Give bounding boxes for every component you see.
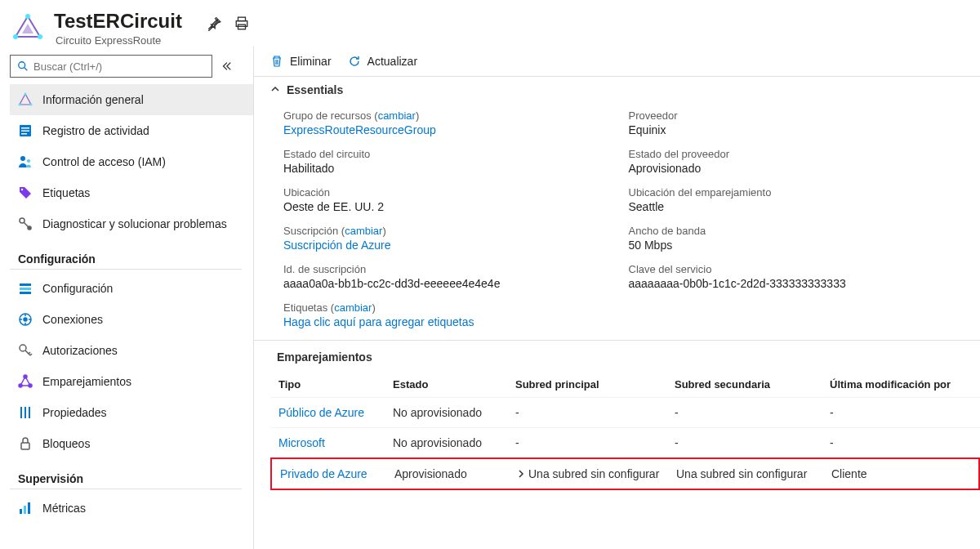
svg-rect-15 [21,127,29,129]
peering-type-link[interactable]: Microsoft [278,436,393,449]
field-provider-status: Estado del proveedor Aprovisionado [629,148,958,175]
collapse-sidebar-icon[interactable] [220,60,232,72]
properties-icon [18,405,33,420]
peerings-table: Tipo Estado Subred principal Subred secu… [270,372,980,490]
sidebar-item-label: Métricas [42,502,86,515]
field-subscription: Suscripción (cambiar) Suscripción de Azu… [283,225,612,252]
col-type[interactable]: Tipo [278,378,393,391]
svg-point-12 [30,104,33,106]
cell: No aprovisionado [393,406,515,419]
sidebar-item-label: Etiquetas [42,186,90,199]
sidebar-item-label: Información general [42,93,144,106]
field-bandwidth: Ancho de banda 50 Mbps [629,225,958,252]
peering-type-link[interactable]: Público de Azure [278,406,393,419]
main-content: Eliminar Actualizar Essentials Grupo de … [253,47,980,549]
table-row-highlighted[interactable]: Privado de Azure Aprovisionado Una subre… [270,458,980,490]
search-box[interactable] [10,55,212,78]
blade-header: TestERCircuit Circuito ExpressRoute [0,0,980,47]
sidebar-item-tags[interactable]: Etiquetas [10,177,253,208]
svg-point-3 [13,34,18,39]
sidebar-item-configuration[interactable]: Configuración [10,273,253,304]
search-input[interactable] [33,60,205,73]
svg-marker-10 [20,94,31,105]
peerings-section-header: Emparejamientos [254,340,980,372]
change-tags-link[interactable]: cambiar [334,301,372,314]
field-subscription-id: Id. de suscripción aaaa0a0a-bb1b-cc2c-dd… [283,263,612,290]
col-status[interactable]: Estado [393,378,515,391]
table-row[interactable]: Público de Azure No aprovisionado - - - [270,397,980,427]
sidebar-item-label: Emparejamientos [42,375,131,388]
print-icon[interactable] [234,16,249,31]
svg-line-9 [24,68,28,71]
sidebar-item-diagnose[interactable]: Diagnosticar y solucionar problemas [10,208,253,239]
sub-value-link[interactable]: Suscripción de Azure [283,239,612,252]
sidebar-item-metrics[interactable]: Métricas [10,493,253,524]
svg-point-30 [24,375,27,378]
field-service-key: Clave del servicio aaaaaaaa-0b0b-1c1c-2d… [629,263,958,290]
pin-icon[interactable] [207,16,221,31]
activity-log-icon [18,123,33,138]
delete-label: Eliminar [290,55,332,68]
diagnose-icon [18,216,33,231]
field-tags: Etiquetas (cambiar) Haga clic aquí para … [283,301,957,328]
sidebar-item-properties[interactable]: Propiedades [10,397,253,428]
cell: - [675,406,830,419]
sidebar-item-label: Registro de actividad [42,124,149,137]
col-last-modified[interactable]: Última modificación por [830,378,972,391]
svg-point-32 [19,384,22,387]
table-row[interactable]: Microsoft No aprovisionado - - - [270,427,980,458]
refresh-button[interactable]: Actualizar [348,55,417,68]
cell: Aprovisionado [394,467,517,480]
col-primary-subnet[interactable]: Subred principal [515,378,675,391]
peering-type-link[interactable]: Privado de Azure [280,467,394,480]
svg-point-31 [29,384,32,387]
cell: - [830,406,972,419]
trash-icon [270,55,283,68]
svg-point-20 [21,189,23,190]
essentials-grid: Grupo de recursos (cambiar) ExpressRoute… [254,103,980,340]
sidebar-item-locks[interactable]: Bloqueos [10,428,253,459]
section-header-config: Configuración [10,239,242,270]
sidebar-item-overview[interactable]: Información general [10,84,253,115]
chevron-up-icon [270,83,280,96]
col-secondary-subnet[interactable]: Subred secundaria [675,378,830,391]
refresh-icon [348,55,361,68]
cell: - [515,436,675,449]
sidebar-item-connections[interactable]: Conexiones [10,304,253,335]
sidebar-item-label: Diagnosticar y solucionar problemas [42,217,227,230]
essentials-toggle[interactable]: Essentials [254,76,980,103]
refresh-label: Actualizar [368,55,417,68]
svg-rect-16 [21,131,29,132]
rg-value-link[interactable]: ExpressRouteResourceGroup [283,123,612,136]
add-tags-link[interactable]: Haga clic aquí para agregar etiquetas [283,315,957,328]
section-header-supervision: Supervisión [10,459,242,489]
table-header: Tipo Estado Subred principal Subred secu… [270,372,980,397]
cell: - [515,406,675,419]
sidebar-item-label: Configuración [42,282,113,295]
sidebar-item-label: Autorizaciones [42,344,118,357]
connections-icon [18,312,33,327]
svg-rect-36 [21,443,29,449]
sidebar-item-activity-log[interactable]: Registro de actividad [10,115,253,146]
change-rg-link[interactable]: cambiar [378,109,416,122]
essentials-label: Essentials [287,83,343,96]
cell: Una subred sin configurar [517,467,676,480]
svg-rect-38 [24,506,26,514]
sidebar-item-peerings[interactable]: Emparejamientos [10,366,253,397]
cell: No aprovisionado [393,436,515,449]
sidebar-item-iam[interactable]: Control de acceso (IAM) [10,146,253,177]
svg-point-22 [28,226,31,230]
svg-point-2 [38,34,42,39]
svg-point-28 [20,345,26,351]
change-sub-link[interactable]: cambiar [345,225,382,237]
delete-button[interactable]: Eliminar [270,55,332,68]
field-location: Ubicación Oeste de EE. UU. 2 [283,186,612,213]
svg-rect-25 [20,292,31,294]
svg-point-11 [24,93,27,96]
svg-rect-39 [28,502,30,514]
sidebar-item-label: Propiedades [42,406,107,419]
field-circuit-status: Estado del circuito Habilitado [283,148,612,175]
svg-rect-17 [21,133,27,135]
iam-icon [18,154,33,169]
sidebar-item-authorizations[interactable]: Autorizaciones [10,335,253,366]
